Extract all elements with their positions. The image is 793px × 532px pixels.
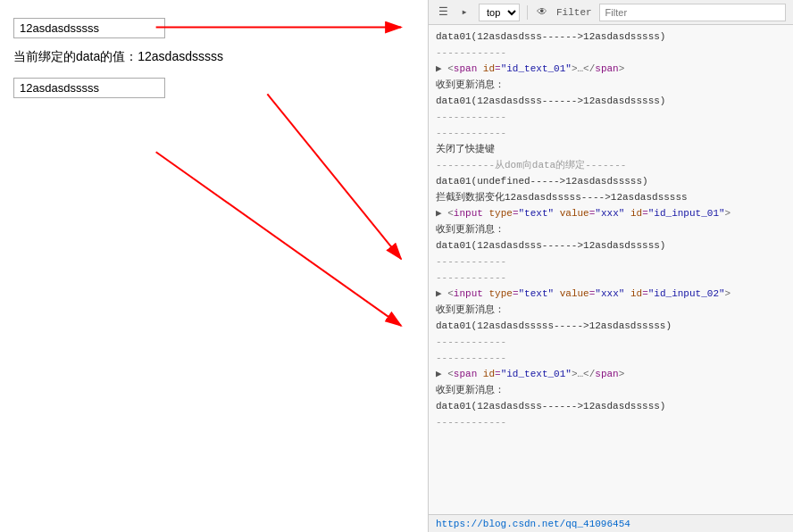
input-field-2[interactable] bbox=[13, 78, 165, 98]
log-line: ------------ bbox=[429, 334, 793, 350]
log-line: data01(12asdasdsss------>12asdasdsssss) bbox=[429, 398, 793, 414]
log-line: ------------ bbox=[429, 270, 793, 286]
log-line[interactable]: ▶ <input type="text" value="xxx" id="id_… bbox=[429, 205, 793, 221]
log-line[interactable]: ▶ <span id="id_text_01">…</span> bbox=[429, 61, 793, 77]
log-line: ------------ bbox=[429, 254, 793, 270]
log-line: 关闭了快捷键 bbox=[429, 141, 793, 157]
log-line: 收到更新消息： bbox=[429, 302, 793, 318]
log-line: ------------ bbox=[429, 125, 793, 141]
devtools-toolbar: ☰ ▸ top 👁 Filter bbox=[429, 0, 793, 25]
svg-line-4 bbox=[267, 94, 401, 259]
svg-line-5 bbox=[156, 152, 401, 326]
log-line: data01(12asdasdsssss----->12asdasdsssss) bbox=[429, 318, 793, 334]
console-output: data01(12asdasdsss------>12asdasdsssss)-… bbox=[429, 25, 793, 514]
log-line: 收到更新消息： bbox=[429, 221, 793, 237]
log-line[interactable]: ▶ <span id="id_text_01">…</span> bbox=[429, 366, 793, 382]
log-line: ----------从dom向data的绑定------- bbox=[429, 157, 793, 173]
filter-label: Filter bbox=[556, 7, 592, 18]
url-bar: https://blog.csdn.net/qq_41096454 bbox=[429, 514, 793, 532]
log-line: ------------ bbox=[429, 350, 793, 366]
elements-icon[interactable]: ☰ bbox=[436, 5, 450, 20]
eye-icon[interactable]: 👁 bbox=[535, 5, 549, 20]
log-line: 拦截到数据变化12asdasdsssss---->12asdasdsssss bbox=[429, 189, 793, 205]
log-line[interactable]: ▶ <input type="text" value="xxx" id="id_… bbox=[429, 286, 793, 302]
left-panel: 当前绑定的data的值：12asdasdsssss bbox=[0, 0, 429, 532]
data-label: 当前绑定的data的值：12asdasdsssss bbox=[13, 49, 414, 65]
console-icon[interactable]: ▸ bbox=[457, 5, 472, 20]
log-line: ------------ bbox=[429, 45, 793, 61]
log-line: data01(12asdasdsss------>12asdasdsssss) bbox=[429, 29, 793, 45]
log-line: ------------ bbox=[429, 109, 793, 125]
url-text: https://blog.csdn.net/qq_41096454 bbox=[436, 519, 630, 529]
log-line: 收到更新消息： bbox=[429, 382, 793, 398]
log-line: data01(undefined----->12asdasdsssss) bbox=[429, 173, 793, 189]
log-line: data01(12asdasdsss------>12asdasdsssss) bbox=[429, 93, 793, 109]
input-field-1[interactable] bbox=[13, 18, 165, 38]
filter-input[interactable] bbox=[599, 4, 786, 21]
log-line: data01(12asdasdsss------>12asdasdsssss) bbox=[429, 237, 793, 254]
log-line: ------------ bbox=[429, 414, 793, 430]
context-selector[interactable]: top bbox=[479, 4, 520, 21]
devtools-panel: ☰ ▸ top 👁 Filter data01(12asdasdsss-----… bbox=[429, 0, 793, 532]
log-line: 收到更新消息： bbox=[429, 77, 793, 93]
